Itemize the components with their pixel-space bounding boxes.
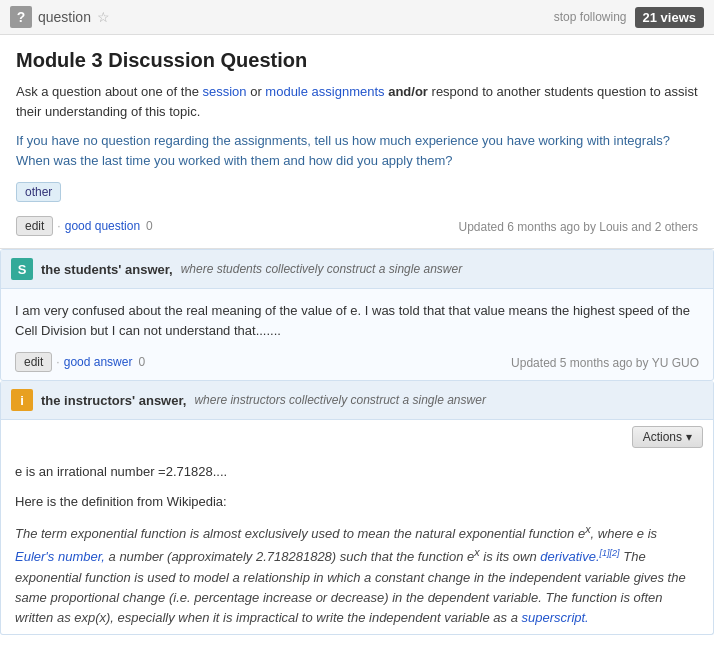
instructors-answer-body: e is an irrational number =2.71828.... H…: [1, 450, 713, 634]
stop-following-link[interactable]: stop following: [554, 10, 627, 24]
eulers-number-link[interactable]: Euler's number,: [15, 550, 105, 565]
post-action-bar: edit · good question 0 Updated 6 months …: [16, 212, 698, 238]
instructors-answer-subtitle: where instructors collectively construct…: [194, 393, 485, 407]
students-updated-text: Updated 5 months ago by YU GUO: [511, 355, 699, 370]
dot-sep: ·: [57, 219, 60, 233]
students-answer-subtitle: where students collectively construct a …: [181, 262, 462, 276]
module-link[interactable]: module assignments: [265, 84, 384, 99]
post-vote-count: 0: [146, 219, 153, 233]
views-badge: 21 views: [635, 7, 705, 28]
post-edit-button[interactable]: edit: [16, 216, 53, 236]
instructors-icon: i: [11, 389, 33, 411]
actions-button[interactable]: Actions ▾: [632, 426, 703, 448]
students-answer-body: I am very confused about the real meanin…: [1, 289, 713, 346]
ref-sup: [1][2]: [600, 548, 620, 558]
students-answer-header: S the students' answer, where students c…: [1, 250, 713, 289]
instructors-body-line1: e is an irrational number =2.71828....: [15, 462, 699, 482]
students-answer-section: S the students' answer, where students c…: [0, 249, 714, 381]
tag-area: other: [16, 182, 698, 202]
chevron-down-icon: ▾: [686, 430, 692, 444]
post-title: Module 3 Discussion Question: [16, 49, 698, 72]
actions-btn-area: Actions ▾: [1, 420, 713, 450]
students-answer-title: the students' answer,: [41, 262, 173, 277]
students-vote-count: 0: [138, 355, 145, 369]
students-action-bar: edit · good answer 0 Updated 5 months ag…: [1, 346, 713, 380]
instructors-answer-header: i the instructors' answer, where instruc…: [1, 381, 713, 420]
other-tag[interactable]: other: [16, 182, 61, 202]
question-icon: ?: [10, 6, 32, 28]
instructors-answer-title: the instructors' answer,: [41, 393, 186, 408]
dot-sep2: ·: [56, 355, 59, 369]
star-icon[interactable]: ☆: [97, 9, 110, 25]
post-updated-text: Updated 6 months ago by Louis and 2 othe…: [459, 219, 699, 234]
good-question-link[interactable]: good question: [65, 219, 140, 233]
action-bar-left: edit · good question 0: [16, 216, 153, 236]
good-answer-link[interactable]: good answer: [64, 355, 133, 369]
header-right: stop following 21 views: [554, 7, 704, 28]
students-icon: S: [11, 258, 33, 280]
derivative-link[interactable]: derivative.: [540, 550, 599, 565]
session-link[interactable]: session: [202, 84, 246, 99]
students-action-left: edit · good answer 0: [15, 352, 145, 372]
students-edit-button[interactable]: edit: [15, 352, 52, 372]
superscript-link[interactable]: superscript.: [522, 610, 589, 625]
post-body-blue: If you have no question regarding the as…: [16, 131, 698, 170]
page-header: ? question ☆ stop following 21 views: [0, 0, 714, 35]
instructors-body-italic: The term exponential function is almost …: [15, 521, 699, 628]
instructors-answer-section: i the instructors' answer, where instruc…: [0, 381, 714, 635]
post-body-line1: Ask a question about one of the session …: [16, 82, 698, 121]
header-left: ? question ☆: [10, 6, 110, 28]
header-title: question: [38, 9, 91, 25]
main-post: Module 3 Discussion Question Ask a quest…: [0, 35, 714, 249]
instructors-body-line2: Here is the definition from Wikipedia:: [15, 492, 699, 512]
